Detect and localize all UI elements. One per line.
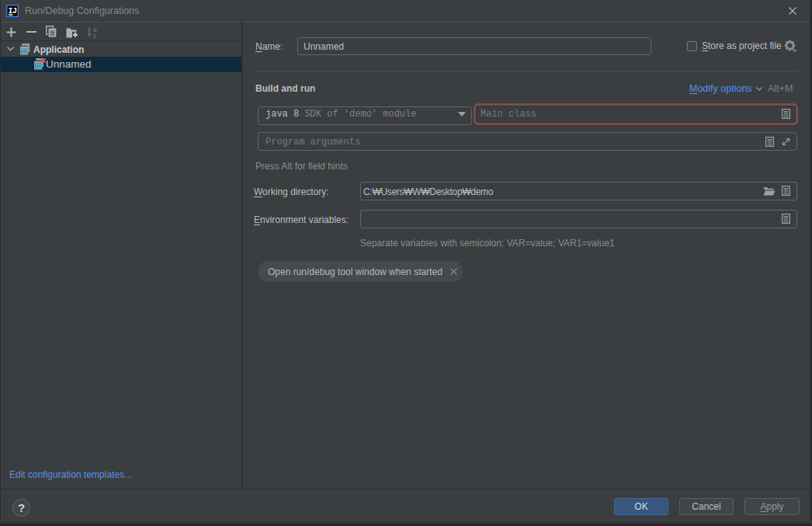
svg-text:z: z: [93, 32, 96, 38]
